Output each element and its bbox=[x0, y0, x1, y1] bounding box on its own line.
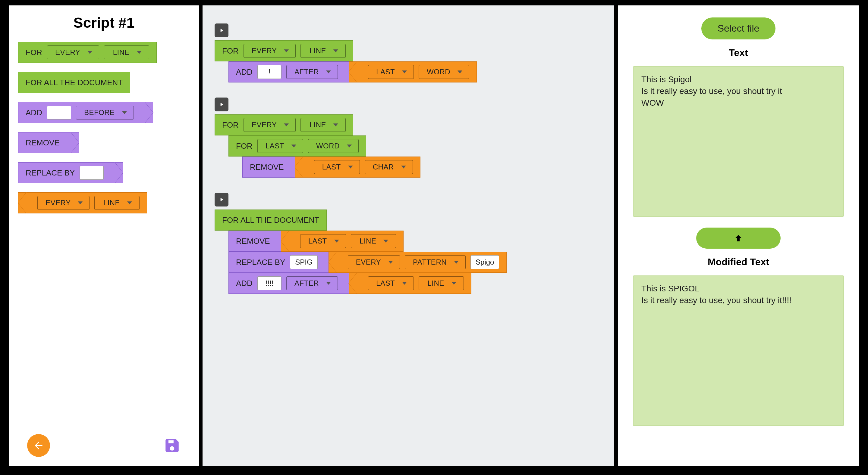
replace-value-input[interactable]: SPIG bbox=[290, 255, 317, 269]
selector-quantifier-dropdown[interactable]: EVERY bbox=[348, 255, 400, 269]
chevron-down-icon bbox=[458, 70, 462, 74]
block-row: REPLACE BYSPIGEVERYPATTERNSpigo bbox=[228, 252, 602, 273]
for-unit-dropdown[interactable]: LINE bbox=[301, 44, 346, 58]
chevron-down-icon bbox=[326, 281, 331, 285]
for-quantifier-dropdown[interactable]: EVERY bbox=[244, 118, 296, 132]
block-row: ADD!!!!AFTERLASTLINE bbox=[228, 273, 602, 294]
palette-remove-block[interactable]: REMOVE bbox=[18, 132, 79, 153]
apply-up-button[interactable] bbox=[696, 228, 781, 249]
run-script-button[interactable] bbox=[215, 24, 228, 37]
select-file-button[interactable]: Select file bbox=[701, 18, 776, 39]
selector-unit-dropdown[interactable]: LINE bbox=[418, 276, 464, 290]
for-all-block[interactable]: FOR ALL THE DOCUMENT bbox=[215, 209, 327, 231]
chevron-down-icon bbox=[284, 49, 289, 53]
selector-quantifier-dropdown[interactable]: LAST bbox=[314, 160, 360, 174]
chevron-down-icon bbox=[401, 165, 406, 169]
run-script-button[interactable] bbox=[215, 193, 228, 206]
replace-block[interactable]: REPLACE BYSPIG bbox=[228, 252, 337, 273]
arrow-left-icon bbox=[33, 440, 44, 451]
add-value-input[interactable]: !!!! bbox=[257, 276, 281, 290]
chevron-down-icon bbox=[291, 144, 296, 148]
input-text-box[interactable]: This is Spigol Is it really easy to use,… bbox=[633, 66, 844, 217]
selector-pattern-input[interactable]: Spigo bbox=[470, 255, 499, 269]
add-position-dropdown[interactable]: BEFORE bbox=[76, 106, 134, 120]
script-canvas[interactable]: FOREVERYLINEADD!AFTERLASTWORDFOREVERYLIN… bbox=[203, 5, 614, 466]
replace-label: REPLACE BY bbox=[26, 168, 75, 178]
for-quantifier-dropdown[interactable]: EVERY bbox=[244, 44, 296, 58]
play-icon bbox=[218, 101, 224, 107]
replace-value-input[interactable] bbox=[80, 166, 104, 180]
for-all-label: FOR ALL THE DOCUMENT bbox=[26, 78, 123, 87]
block-row: REMOVELASTLINE bbox=[228, 231, 602, 252]
chevron-down-icon bbox=[383, 239, 388, 243]
palette-for-block[interactable]: FOR EVERY LINE bbox=[18, 42, 157, 63]
arrow-up-icon bbox=[734, 233, 743, 243]
modified-text-heading: Modified Text bbox=[708, 257, 769, 268]
modified-text-box: This is SPIGOL Is it really easy to use,… bbox=[633, 275, 844, 426]
for-quantifier-dropdown[interactable]: LAST bbox=[257, 139, 303, 153]
for-unit-dropdown[interactable]: WORD bbox=[308, 139, 359, 153]
palette-replace-block[interactable]: REPLACE BY bbox=[18, 162, 123, 183]
script-group: FOR ALL THE DOCUMENTREMOVELASTLINEREPLAC… bbox=[215, 193, 602, 294]
chevron-down-icon bbox=[127, 201, 132, 205]
selector-quantifier-dropdown[interactable]: EVERY bbox=[37, 196, 90, 210]
palette-for-all-block[interactable]: FOR ALL THE DOCUMENT bbox=[18, 72, 130, 93]
script-group: FOREVERYLINEADD!AFTERLASTWORD bbox=[215, 24, 602, 82]
block-row: FOR ALL THE DOCUMENT bbox=[215, 209, 602, 231]
palette-selector-block[interactable]: EVERY LINE bbox=[18, 192, 147, 213]
remove-block[interactable]: REMOVE bbox=[242, 157, 303, 178]
selector-block[interactable]: LASTLINE bbox=[349, 273, 471, 294]
add-block[interactable]: ADD!AFTER bbox=[228, 61, 357, 82]
selector-block[interactable]: EVERYPATTERNSpigo bbox=[329, 252, 507, 273]
add-value-input[interactable] bbox=[47, 106, 71, 120]
selector-block[interactable]: LASTWORD bbox=[349, 61, 477, 82]
for-unit-dropdown[interactable]: LINE bbox=[301, 118, 346, 132]
chevron-down-icon bbox=[137, 50, 142, 54]
selector-quantifier-dropdown[interactable]: LAST bbox=[300, 234, 346, 248]
add-block[interactable]: ADD!!!!AFTER bbox=[228, 273, 357, 294]
for-quantifier-dropdown[interactable]: EVERY bbox=[47, 45, 99, 59]
chevron-down-icon bbox=[334, 239, 339, 243]
play-icon bbox=[218, 27, 224, 33]
script-group: FOREVERYLINEFORLASTWORDREMOVELASTCHAR bbox=[215, 98, 602, 178]
add-position-dropdown[interactable]: AFTER bbox=[286, 276, 338, 290]
add-value-input[interactable]: ! bbox=[257, 65, 281, 79]
selector-block[interactable]: LASTLINE bbox=[281, 231, 404, 252]
remove-label: REMOVE bbox=[26, 138, 60, 147]
for-block[interactable]: FOREVERYLINE bbox=[215, 114, 353, 135]
block-row: REMOVELASTCHAR bbox=[242, 157, 602, 178]
for-block[interactable]: FOREVERYLINE bbox=[215, 40, 353, 61]
chevron-down-icon bbox=[347, 144, 352, 148]
selector-quantifier-dropdown[interactable]: LAST bbox=[368, 276, 414, 290]
chevron-down-icon bbox=[326, 70, 331, 74]
selector-block[interactable]: LASTCHAR bbox=[295, 157, 421, 178]
for-block[interactable]: FORLASTWORD bbox=[228, 135, 366, 157]
remove-block[interactable]: REMOVE bbox=[228, 231, 289, 252]
text-panel: Select file Text This is Spigol Is it re… bbox=[618, 5, 859, 466]
add-position-dropdown[interactable]: AFTER bbox=[286, 65, 338, 79]
palette-add-block[interactable]: ADD BEFORE bbox=[18, 102, 153, 123]
selector-unit-dropdown[interactable]: WORD bbox=[418, 65, 469, 79]
palette-panel: Script #1 FOR EVERY LINE FOR AL bbox=[9, 5, 199, 466]
block-row: FORLASTWORD bbox=[228, 135, 602, 157]
run-script-button[interactable] bbox=[215, 98, 228, 111]
chevron-down-icon bbox=[402, 70, 407, 74]
script-title: Script #1 bbox=[18, 14, 190, 31]
chevron-down-icon bbox=[348, 165, 353, 169]
block-row: FOREVERYLINE bbox=[215, 40, 602, 61]
chevron-down-icon bbox=[333, 49, 338, 53]
selector-quantifier-dropdown[interactable]: LAST bbox=[368, 65, 414, 79]
selector-unit-dropdown[interactable]: CHAR bbox=[365, 160, 413, 174]
save-button[interactable] bbox=[163, 437, 181, 454]
save-icon bbox=[163, 437, 181, 454]
selector-unit-dropdown[interactable]: PATTERN bbox=[405, 255, 466, 269]
input-text-heading: Text bbox=[729, 47, 748, 58]
back-button[interactable] bbox=[27, 434, 50, 457]
chevron-down-icon bbox=[87, 50, 92, 54]
selector-unit-dropdown[interactable]: LINE bbox=[94, 196, 140, 210]
palette-block-list: FOR EVERY LINE FOR ALL THE DOCUMENT bbox=[18, 42, 190, 213]
selector-unit-dropdown[interactable]: LINE bbox=[351, 234, 396, 248]
play-icon bbox=[218, 197, 224, 203]
chevron-down-icon bbox=[122, 111, 127, 114]
for-unit-dropdown[interactable]: LINE bbox=[104, 45, 149, 59]
